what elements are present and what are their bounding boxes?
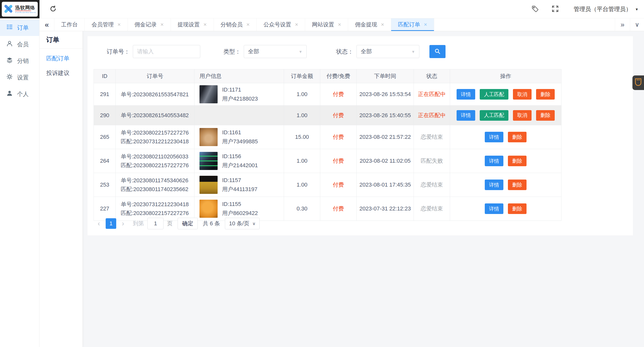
goto-page-input[interactable] [147, 218, 164, 229]
detail-button[interactable]: 详情 [457, 110, 475, 121]
tab-label: 工作台 [61, 21, 78, 28]
detail-button[interactable]: 详情 [457, 89, 475, 100]
delete-button[interactable]: 删除 [508, 203, 527, 214]
submenu-title: 订单 [39, 31, 83, 49]
status-badge: 恋爱结束 [414, 125, 450, 149]
delete-button[interactable]: 删除 [508, 132, 527, 142]
delete-button[interactable]: 删除 [508, 156, 527, 166]
tag-icon [531, 5, 539, 14]
close-icon[interactable]: × [338, 22, 341, 27]
user-avatar [199, 85, 218, 103]
sidebar-item-members[interactable]: 会员 [0, 36, 39, 53]
order-no-input[interactable] [133, 45, 200, 58]
page-1-button[interactable]: 1 [106, 218, 116, 229]
delete-button[interactable]: 删除 [508, 180, 527, 190]
close-icon[interactable]: × [204, 22, 207, 27]
close-icon[interactable]: × [381, 22, 384, 27]
user-id: ID:1155 [222, 200, 258, 208]
status-badge: 正在匹配中 [414, 83, 450, 106]
fullscreen-button[interactable] [551, 5, 559, 14]
submenu-item-complaints[interactable]: 投诉建议 [39, 66, 83, 80]
cell-amount: 1.00 [284, 173, 320, 197]
tab-distribution-members[interactable]: 分销会员 × [214, 18, 257, 31]
cell-order-time: 2023-07-31 22:12:23 [357, 197, 414, 221]
close-icon[interactable]: × [247, 22, 250, 27]
tab-member-manage[interactable]: 会员管理 × [85, 18, 128, 31]
tabs-expand-button[interactable]: » [615, 18, 630, 31]
sidebar-item-label: 会员 [17, 40, 29, 48]
person-filled-icon [6, 90, 13, 98]
confirm-button[interactable]: 确定 [178, 218, 198, 229]
order-no-line: 单号:202308021102056033 [121, 152, 194, 161]
user-menu[interactable]: 管理员（平台管理员） ▼ [574, 5, 638, 13]
delete-button[interactable]: 删除 [536, 89, 555, 100]
tab-label: 网站设置 [312, 21, 334, 28]
close-icon[interactable]: × [295, 22, 298, 27]
order-match-line: 匹配:202307312212230418 [121, 137, 194, 146]
col-actions: 操作 [450, 69, 561, 83]
user-name: 管理员（平台管理员） [574, 5, 631, 13]
next-page-button[interactable]: › [118, 218, 128, 229]
user-id: ID:1161 [222, 128, 258, 137]
sidebar-item-profile[interactable]: 个人 [0, 86, 39, 102]
sidebar-item-settings[interactable]: 设置 [0, 69, 39, 86]
tab-label: 佣金记录 [135, 21, 157, 28]
cell-order-time: 2023-08-02 21:57:22 [357, 125, 414, 149]
tabs-dropdown-button[interactable]: ∨ [630, 18, 644, 31]
logo-swoosh [15, 11, 31, 11]
cell-id: 291 [94, 83, 116, 106]
submenu-item-match-orders[interactable]: 匹配订单 [39, 51, 83, 66]
user-id: ID:1157 [222, 176, 257, 184]
search-button[interactable] [429, 45, 446, 58]
cell-amount: 0.30 [284, 197, 320, 221]
tab-label: 会员管理 [92, 21, 114, 28]
delete-button[interactable]: 删除 [536, 110, 555, 121]
tab-official-account-settings[interactable]: 公众号设置 × [256, 18, 305, 31]
tab-commission-records[interactable]: 佣金记录 × [128, 18, 171, 31]
order-no-line: 单号:202308261553547821 [121, 90, 194, 99]
detail-button[interactable]: 详情 [485, 203, 503, 214]
status-select[interactable]: 全部 ▼ [356, 45, 419, 58]
submenu: 订单 匹配订单 投诉建议 [39, 31, 83, 347]
tab-commission-withdraw[interactable]: 佣金提现 × [348, 18, 391, 31]
detail-button[interactable]: 详情 [485, 132, 503, 142]
refresh-icon [50, 5, 57, 13]
cell-pay-type: 付费 [320, 125, 357, 149]
detail-button[interactable]: 详情 [485, 180, 503, 190]
close-icon[interactable]: × [160, 22, 164, 27]
close-icon[interactable]: × [424, 22, 427, 27]
cell-pay-type: 付费 [320, 173, 357, 197]
page-size-value: 10 条/页 [229, 220, 249, 227]
user-avatar [199, 176, 218, 194]
sidebar-item-distribution[interactable]: 分销 [0, 53, 39, 69]
pagination: ‹ 1 › 到第 页 确定 共 6 条 10 条/页 ∨ [94, 218, 260, 229]
manual-match-button[interactable]: 人工匹配 [480, 110, 508, 121]
chevron-down-icon: ∨ [252, 221, 255, 226]
cell-actions: 详情 人工匹配 取消 删除 [450, 83, 561, 106]
tab-workbench[interactable]: 工作台 [54, 18, 85, 31]
sidebar-item-orders[interactable]: 订单 [0, 19, 39, 36]
status-label: 状态： [336, 48, 353, 56]
user-name: 用户44113197 [222, 185, 257, 193]
type-select[interactable]: 全部 ▼ [244, 45, 307, 58]
tabs-collapse-button[interactable]: « [39, 18, 54, 31]
cell-actions: 详情 人工匹配 取消 删除 [450, 106, 561, 125]
order-match-line: 匹配:202308022157227276 [121, 209, 194, 218]
tag-button[interactable] [531, 5, 539, 14]
order-match-line: 匹配:202308022157227276 [121, 161, 194, 170]
refresh-button[interactable] [49, 5, 57, 14]
tab-match-orders[interactable]: 匹配订单 × [391, 18, 434, 31]
prev-page-button[interactable]: ‹ [94, 218, 104, 229]
page-size-select[interactable]: 10 条/页 ∨ [225, 218, 259, 229]
user-avatar [199, 128, 218, 146]
cancel-button[interactable]: 取消 [513, 110, 532, 121]
detail-button[interactable]: 详情 [485, 156, 503, 166]
device-preview-button[interactable] [632, 75, 644, 90]
manual-match-button[interactable]: 人工匹配 [480, 89, 508, 100]
tab-withdraw-settings[interactable]: 提现设置 × [171, 18, 214, 31]
close-icon[interactable]: × [117, 22, 121, 27]
tab-website-settings[interactable]: 网站设置 × [305, 18, 348, 31]
table-row: 265 单号:202308022157227276 匹配:20230731221… [94, 125, 561, 149]
topbar-right: 管理员（平台管理员） ▼ [531, 0, 638, 18]
cancel-button[interactable]: 取消 [513, 89, 532, 100]
